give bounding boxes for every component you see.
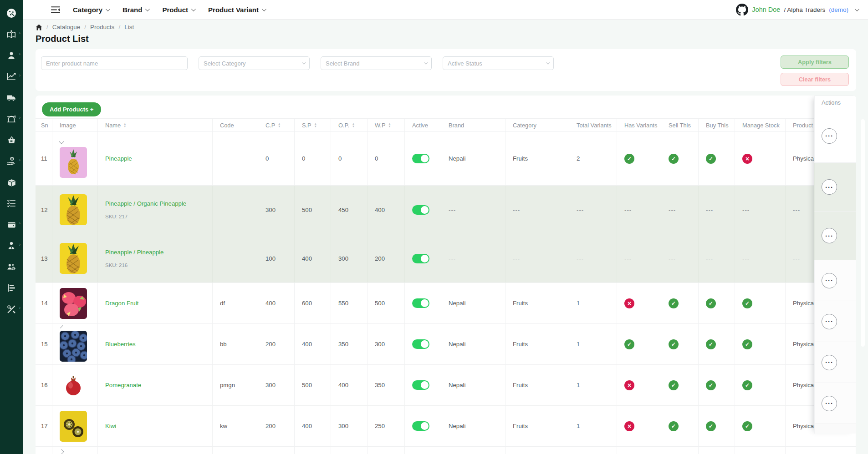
product-name-link[interactable]: Pineapple [105,155,132,162]
product-thumbnail[interactable] [60,411,87,442]
cross-icon: × [624,298,634,308]
expand-row-chevron[interactable] [60,325,63,328]
cross-icon: × [742,154,752,164]
variant-row: 12Pineapple / Organic PineappleSKU: 2173… [36,186,856,234]
column-header-has-variants: Has Variants [617,119,661,131]
sort-icon[interactable]: ▲▼ [352,123,355,128]
vertical-scrollbar[interactable] [861,119,865,347]
menu-fold-icon[interactable] [51,6,60,14]
product-thumbnail[interactable] [60,288,87,319]
check-icon: ✓ [706,421,716,431]
breadcrumb-list[interactable]: List [124,24,134,30]
page-title: Product List [36,34,856,44]
nav-item-category[interactable]: Category [73,6,109,14]
sidebar-item-users-gear[interactable] [5,262,17,272]
expand-row-chevron[interactable] [59,449,64,454]
product-name-link[interactable]: Kiwi [105,423,116,429]
row-actions-button[interactable]: ··· [822,355,837,370]
product-thumbnail[interactable] [60,370,87,401]
actions-cell: ··· [814,342,856,383]
sidebar: ›››››››› [0,0,23,454]
row-actions-button[interactable]: ··· [822,396,837,411]
sidebar-item-hand-coin[interactable]: › [5,156,17,166]
sidebar-item-user[interactable]: › [5,50,17,61]
product-name-input[interactable] [41,56,188,70]
product-thumbnail[interactable] [60,243,87,274]
column-header-name[interactable]: Name▲▼ [98,119,213,131]
clear-filters-button[interactable]: Clear filters [781,73,849,86]
breadcrumb-catalogue[interactable]: Catalogue [52,24,81,30]
row-actions-button[interactable]: ··· [822,179,837,195]
sort-icon[interactable]: ▲▼ [388,123,391,128]
sidebar-item-book-reader[interactable]: › [5,29,17,40]
column-header-buy-this: Buy This [699,119,735,131]
table-header-row: SnImageName▲▼CodeC.P▲▼S.P▲▼O.P.▲▼W.P▲▼Ac… [36,118,856,132]
sidebar-item-chart-bar[interactable] [5,283,17,293]
sidebar-item-basket[interactable] [5,135,17,145]
row-actions-button[interactable]: ··· [822,128,837,144]
brand-select[interactable]: Select Brand [321,56,432,70]
nav-item-product[interactable]: Product [162,6,194,14]
sidebar-item-arch[interactable]: › [5,114,17,124]
active-toggle[interactable] [412,380,429,390]
active-status-select[interactable]: Active Status [443,56,554,70]
add-products-button[interactable]: Add Products + [42,102,101,116]
product-name-link[interactable]: Pomegranate [105,382,141,388]
sort-icon[interactable]: ▲▼ [314,123,317,128]
nav-item-product-variant[interactable]: Product Variant [208,6,265,14]
column-header-category: Category [505,119,569,131]
product-sku: SKU: 217 [105,214,128,219]
column-header-w-p[interactable]: W.P▲▼ [368,119,405,131]
active-toggle[interactable] [412,339,429,349]
column-header-s-p[interactable]: S.P▲▼ [295,119,331,131]
check-icon: ✓ [706,380,716,390]
user-menu[interactable]: John Doe / Alpha Traders (demo) [736,4,858,16]
submenu-chevron-icon: › [19,242,20,247]
check-icon: ✓ [669,339,679,349]
sidebar-item-user-tie[interactable]: › [5,241,17,251]
actions-cell [814,424,856,434]
active-toggle[interactable] [412,205,429,215]
variant-row: 13Pineapple / PineappleSKU: 216100400300… [36,234,856,283]
product-thumbnail[interactable] [60,194,87,225]
row-actions-button[interactable]: ··· [822,228,837,243]
home-icon[interactable] [36,24,42,30]
sidebar-item-chart-line[interactable]: › [5,71,17,82]
actions-cell: ··· [814,260,856,301]
sidebar-item-checklist[interactable] [5,198,17,209]
product-name-link[interactable]: Blueberries [105,341,136,348]
sort-icon[interactable]: ▲▼ [123,123,126,128]
active-toggle[interactable] [412,421,429,431]
sidebar-item-storage-box[interactable] [5,177,17,187]
column-header-manage-stock: Manage Stock [735,119,786,131]
column-header-c-p[interactable]: C.P▲▼ [258,119,295,131]
active-toggle[interactable] [412,254,429,263]
column-header-o-p[interactable]: O.P.▲▼ [331,119,368,131]
active-toggle[interactable] [412,154,429,163]
user-name: John Doe [752,6,780,13]
submenu-chevron-icon: › [19,31,20,35]
product-name-link[interactable]: Pineapple / Organic Pineapple [105,200,186,207]
category-select[interactable]: Select Category [199,56,310,70]
check-icon: ✓ [706,154,716,164]
sidebar-item-gauge-logo[interactable] [5,8,17,18]
product-name-link[interactable]: Pineapple / Pineapple [105,249,163,256]
product-thumbnail[interactable] [60,331,87,362]
submenu-chevron-icon: › [19,158,20,162]
sort-icon[interactable]: ▲▼ [278,123,281,128]
sidebar-item-tools[interactable]: › [5,304,17,314]
product-thumbnail[interactable] [60,147,87,178]
sidebar-item-wallet[interactable]: › [5,219,17,230]
breadcrumb-products[interactable]: Products [90,24,114,30]
row-actions-button[interactable]: ··· [822,314,837,329]
sidebar-item-truck[interactable] [5,92,17,103]
expand-row-chevron[interactable] [59,139,64,144]
check-icon: ✓ [624,339,634,349]
apply-filters-button[interactable]: Apply filters [781,55,849,69]
submenu-chevron-icon: › [19,221,20,226]
product-name-link[interactable]: Dragon Fruit [105,300,138,307]
nav-item-brand[interactable]: Brand [123,6,148,14]
active-toggle[interactable] [412,298,429,308]
row-actions-button[interactable]: ··· [822,273,837,288]
actions-cell: ··· [814,109,856,163]
